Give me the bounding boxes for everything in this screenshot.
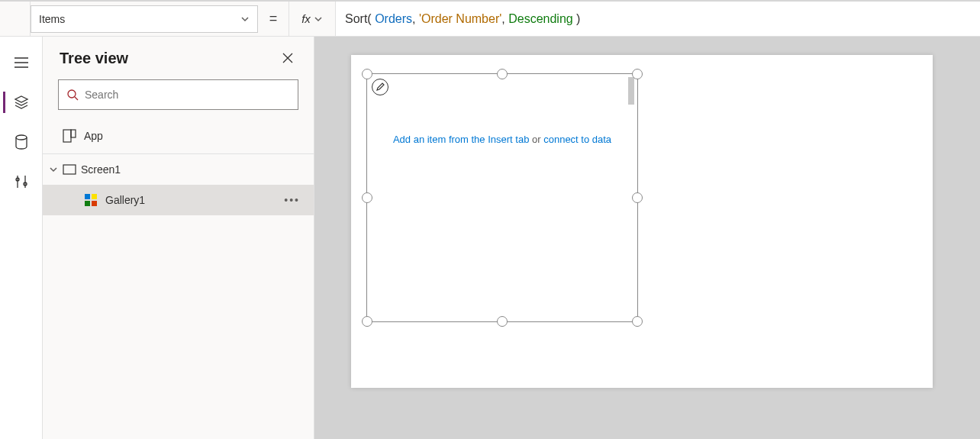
close-icon	[282, 53, 293, 63]
insert-link[interactable]: Add an item from the Insert tab	[393, 134, 529, 145]
svg-rect-8	[92, 201, 97, 206]
screen-icon	[63, 164, 76, 175]
resize-handle-s[interactable]	[497, 316, 508, 327]
property-dropdown[interactable]: Items	[31, 5, 258, 33]
resize-handle-sw[interactable]	[362, 316, 372, 327]
hamburger-icon	[15, 57, 28, 68]
treeview-screen-row[interactable]: Screen1	[43, 154, 314, 185]
svg-rect-3	[71, 130, 76, 137]
resize-handle-se[interactable]	[632, 316, 643, 327]
gallery-control[interactable]: Add an item from the Insert tab or conne…	[366, 73, 638, 322]
edit-badge[interactable]	[372, 79, 388, 95]
connect-data-link[interactable]: connect to data	[543, 134, 611, 145]
fx-label: fx	[301, 12, 311, 25]
svg-rect-7	[85, 201, 90, 206]
resize-handle-n[interactable]	[497, 69, 508, 79]
app-icon	[63, 129, 76, 143]
chevron-down-icon	[49, 165, 58, 174]
treeview-close-button[interactable]	[276, 46, 300, 70]
gallery-placeholder: Add an item from the Insert tab or conne…	[367, 134, 637, 145]
screen-label: Screen1	[81, 163, 121, 176]
treeview-app-row[interactable]: App	[43, 118, 314, 154]
hamburger-button[interactable]	[3, 46, 40, 79]
treeview-title: Tree view	[60, 50, 128, 67]
database-icon	[15, 134, 28, 150]
search-icon	[66, 89, 79, 101]
gallery-label: Gallery1	[105, 194, 145, 206]
gallery-scrollbar[interactable]	[628, 77, 634, 105]
resize-handle-nw[interactable]	[362, 69, 372, 79]
equals-label: =	[258, 11, 289, 27]
more-button[interactable]: •••	[284, 194, 300, 206]
property-value: Items	[39, 13, 65, 25]
treeview-search[interactable]	[58, 79, 298, 110]
svg-rect-6	[92, 194, 97, 199]
layers-icon	[14, 95, 29, 110]
resize-handle-e[interactable]	[632, 192, 643, 203]
chevron-down-icon	[314, 15, 323, 24]
formula-bar: Items = fx Sort( Orders, 'Order Number',…	[0, 0, 980, 37]
resize-handle-w[interactable]	[362, 192, 372, 203]
app-label: App	[84, 130, 103, 142]
treeview-rail-button[interactable]	[3, 86, 40, 119]
resize-handle-ne[interactable]	[632, 69, 643, 79]
treeview-panel: Tree view App Screen1 Gallery1	[43, 37, 314, 439]
data-rail-button[interactable]	[3, 125, 40, 159]
svg-point-0	[16, 135, 27, 140]
treeview-gallery-row[interactable]: Gallery1 •••	[43, 185, 314, 215]
svg-point-1	[68, 90, 76, 98]
body-row: Tree view App Screen1 Gallery1	[0, 37, 980, 439]
left-rail	[0, 37, 43, 439]
svg-rect-4	[63, 165, 76, 174]
svg-rect-5	[85, 194, 90, 199]
gallery-icon	[84, 193, 98, 207]
search-input[interactable]	[85, 89, 290, 101]
canvas-area: Add an item from the Insert tab or conne…	[314, 37, 980, 439]
tools-rail-button[interactable]	[3, 165, 40, 199]
pencil-icon	[376, 82, 385, 92]
treeview-header: Tree view	[43, 37, 314, 79]
fx-dropdown[interactable]: fx	[289, 2, 336, 36]
svg-rect-2	[63, 130, 71, 142]
topbar-spacer	[0, 2, 31, 36]
screen-canvas[interactable]: Add an item from the Insert tab or conne…	[351, 55, 933, 388]
sliders-icon	[15, 174, 28, 189]
formula-input[interactable]: Sort( Orders, 'Order Number', Descending…	[336, 2, 980, 36]
chevron-down-icon	[240, 15, 250, 24]
